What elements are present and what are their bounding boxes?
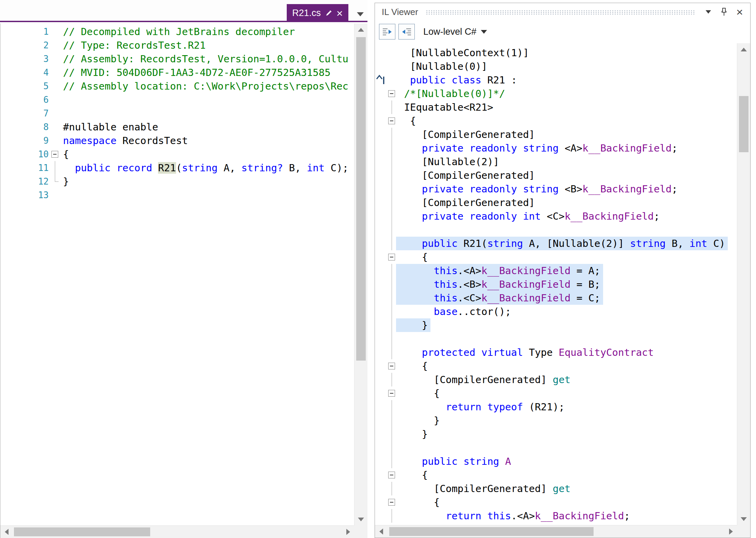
fold-toggle-icon[interactable] xyxy=(388,254,395,260)
code-line[interactable]: public string A xyxy=(375,455,737,468)
fold-toggle-icon[interactable] xyxy=(388,90,395,97)
fold-toggle-icon[interactable] xyxy=(388,363,395,369)
code-line[interactable]: 1// Decompiled with JetBrains decompiler xyxy=(0,25,354,38)
code-token: get xyxy=(553,374,570,385)
scroll-left-icon[interactable] xyxy=(0,526,13,538)
code-line[interactable]: [CompilerGenerated] xyxy=(375,128,737,141)
scroll-right-icon[interactable] xyxy=(725,525,737,538)
code-text: [CompilerGenerated] xyxy=(396,169,538,182)
il-vertical-scrollbar[interactable] xyxy=(737,43,750,525)
code-line[interactable]: private readonly int <C>k__BackingField; xyxy=(375,209,737,223)
code-line[interactable]: { xyxy=(375,495,737,509)
code-line[interactable]: IEquatable<R21> xyxy=(375,100,737,114)
code-editor[interactable]: 1// Decompiled with JetBrains decompiler… xyxy=(0,23,367,538)
code-line[interactable]: 11 public record R21(string A, string? B… xyxy=(0,161,354,175)
code-line[interactable]: public R21(string A, [Nullable(2)] strin… xyxy=(375,237,737,250)
il-horizontal-scrollbar[interactable] xyxy=(375,525,737,538)
code-line[interactable]: this.<B>k__BackingField = B; xyxy=(375,278,737,291)
code-line[interactable]: return this.<A>k__BackingField; xyxy=(375,509,737,523)
code-token: ( xyxy=(176,162,182,174)
fold-margin xyxy=(387,46,396,60)
marker-margin xyxy=(375,278,387,291)
code-line[interactable] xyxy=(375,441,737,455)
code-line[interactable]: [CompilerGenerated] xyxy=(375,196,737,209)
horizontal-scroll-thumb[interactable] xyxy=(389,527,594,536)
code-line[interactable]: { xyxy=(375,359,737,373)
fold-toggle-icon[interactable] xyxy=(51,151,58,158)
fold-toggle-icon[interactable] xyxy=(388,117,395,124)
code-line[interactable]: } xyxy=(375,318,737,332)
editor-vertical-scrollbar[interactable] xyxy=(354,23,367,525)
code-line[interactable]: /*[Nullable(0)]*/ xyxy=(375,87,737,100)
code-line[interactable]: 7 xyxy=(0,107,354,120)
fold-guide xyxy=(392,441,392,455)
code-line[interactable]: 4// MVID: 504D06DF-1AA3-4D72-AE0F-277525… xyxy=(0,66,354,79)
fold-toggle-icon[interactable] xyxy=(388,472,395,478)
code-line[interactable]: base..ctor(); xyxy=(375,305,737,318)
vertical-scroll-thumb[interactable] xyxy=(356,37,366,361)
panel-drag-grip[interactable] xyxy=(426,10,696,15)
code-line[interactable] xyxy=(375,223,737,237)
code-line[interactable]: this.<A>k__BackingField = A; xyxy=(375,264,737,278)
fold-margin xyxy=(387,509,396,523)
scroll-down-icon[interactable] xyxy=(737,513,750,525)
scroll-up-icon[interactable] xyxy=(355,23,367,36)
editor-horizontal-scrollbar[interactable] xyxy=(0,525,354,538)
language-selector[interactable]: Low-level C# xyxy=(423,27,487,37)
tab-r21cs[interactable]: R21.cs × xyxy=(287,4,348,22)
window-position-chevron-icon[interactable] xyxy=(703,7,713,17)
code-line[interactable]: { xyxy=(375,250,737,264)
code-token: // Type: RecordsTest.R21 xyxy=(63,39,206,51)
code-line[interactable] xyxy=(375,332,737,346)
code-token xyxy=(398,456,422,467)
tab-list-chevron-icon[interactable] xyxy=(357,12,364,16)
code-token xyxy=(398,347,422,358)
code-line[interactable]: [CompilerGenerated] get xyxy=(375,482,737,495)
sync-source-button[interactable] xyxy=(398,24,415,39)
code-line[interactable]: { xyxy=(375,114,737,128)
fold-guide xyxy=(392,196,392,209)
pin-icon[interactable] xyxy=(719,7,729,17)
code-line[interactable]: } xyxy=(375,414,737,427)
horizontal-scroll-thumb[interactable] xyxy=(14,527,150,536)
track-caret-button[interactable] xyxy=(379,24,395,39)
code-line[interactable]: 10{ xyxy=(0,147,354,161)
code-line[interactable]: [NullableContext(1)] xyxy=(375,46,737,60)
code-line[interactable]: protected virtual Type EqualityContract xyxy=(375,346,737,359)
code-line[interactable]: [CompilerGenerated] xyxy=(375,169,737,182)
code-text: [CompilerGenerated] xyxy=(396,128,538,141)
scroll-down-icon[interactable] xyxy=(355,513,367,525)
scroll-right-icon[interactable] xyxy=(342,526,354,538)
panel-close-icon[interactable]: × xyxy=(735,7,745,17)
code-line[interactable]: } xyxy=(375,427,737,441)
code-line[interactable]: { xyxy=(375,386,737,400)
code-line[interactable]: private readonly string <A>k__BackingFie… xyxy=(375,141,737,155)
code-line[interactable]: 5// Assembly location: C:\Work\Projects\… xyxy=(0,79,354,93)
vertical-scroll-thumb[interactable] xyxy=(739,96,749,152)
fold-toggle-icon[interactable] xyxy=(388,499,395,506)
code-line[interactable]: 3// Assembly: RecordsTest, Version=1.0.0… xyxy=(0,52,354,66)
code-line[interactable]: 2// Type: RecordsTest.R21 xyxy=(0,38,354,52)
code-line[interactable]: 8#nullable enable xyxy=(0,120,354,134)
scroll-up-icon[interactable] xyxy=(737,43,750,56)
code-line[interactable]: return typeof (R21); xyxy=(375,400,737,414)
code-line[interactable]: this.<C>k__BackingField = C; xyxy=(375,291,737,305)
tab-close-icon[interactable]: × xyxy=(336,8,343,19)
code-line[interactable]: 13 xyxy=(0,188,354,202)
code-line[interactable]: [CompilerGenerated] get xyxy=(375,373,737,386)
code-line[interactable]: { xyxy=(375,468,737,482)
marker-margin xyxy=(375,128,387,141)
code-text: [Nullable(2)] xyxy=(396,155,502,169)
scroll-left-icon[interactable] xyxy=(375,525,387,538)
code-line[interactable]: [Nullable(2)] xyxy=(375,155,737,169)
code-line[interactable]: public class R21 : xyxy=(375,73,737,87)
code-line[interactable]: 9namespace RecordsTest xyxy=(0,134,354,147)
code-line[interactable]: [Nullable(0)] xyxy=(375,60,737,73)
code-line[interactable]: private readonly string <B>k__BackingFie… xyxy=(375,182,737,196)
fold-toggle-icon[interactable] xyxy=(388,390,395,397)
code-line[interactable]: 12} xyxy=(0,175,354,188)
fold-margin xyxy=(387,278,396,291)
code-line[interactable]: 6 xyxy=(0,93,354,107)
code-token: <A> xyxy=(558,142,582,154)
code-token xyxy=(398,292,434,304)
